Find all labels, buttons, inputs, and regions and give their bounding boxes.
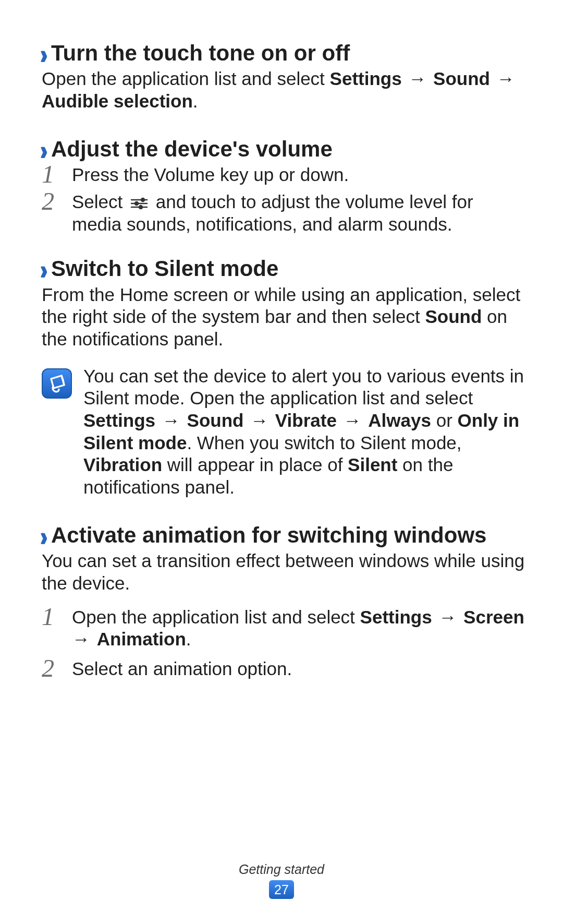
heading-text: Adjust the device's volume	[51, 137, 333, 162]
arrow: →	[402, 68, 433, 89]
heading-silent-mode: ›› Switch to Silent mode	[42, 256, 527, 281]
heading-touch-tone: ›› Turn the touch tone on or off	[42, 41, 527, 66]
step-text: Press the Volume key up or down.	[72, 164, 527, 186]
text: Open the application list and select	[42, 68, 330, 89]
note-icon	[42, 368, 72, 399]
footer-section-label: Getting started	[0, 862, 563, 877]
step-text: Select and touch to adjust the volume le…	[72, 191, 527, 235]
svg-point-3	[135, 202, 138, 205]
sliders-icon	[129, 193, 149, 205]
animation-paragraph: You can set a transition effect between …	[42, 550, 527, 594]
note-text: You can set the device to alert you to v…	[83, 365, 527, 499]
arrow: →	[155, 410, 187, 430]
step-text: Open the application list and select Set…	[72, 606, 527, 651]
bold-settings: Settings	[83, 410, 155, 430]
bold-settings: Settings	[360, 607, 432, 627]
heading-text: Turn the touch tone on or off	[51, 41, 350, 66]
note-block: You can set the device to alert you to v…	[42, 365, 527, 499]
step-text: Select an animation option.	[72, 658, 527, 680]
bold-sound: Sound	[187, 410, 244, 430]
heading-animation: ›› Activate animation for switching wind…	[42, 523, 527, 548]
arrow: →	[490, 68, 517, 89]
text: .	[193, 91, 198, 111]
step-number: 2	[42, 656, 72, 681]
text: Open the application list and select	[72, 607, 360, 627]
list-item: 2 Select an animation option.	[42, 658, 527, 683]
heading-text: Switch to Silent mode	[51, 256, 278, 281]
arrow: →	[243, 410, 275, 430]
page-number-badge: 27	[269, 880, 294, 899]
bold-screen: Screen	[463, 607, 524, 627]
svg-point-5	[139, 206, 142, 209]
touch-tone-paragraph: Open the application list and select Set…	[42, 68, 527, 112]
arrow: →	[337, 410, 368, 430]
bold-vibrate: Vibrate	[275, 410, 337, 430]
bold-audible-selection: Audible selection	[42, 91, 193, 111]
bold-silent: Silent	[348, 454, 397, 475]
text: or	[431, 410, 458, 430]
text: .	[186, 629, 191, 649]
manual-page: ›› Turn the touch tone on or off Open th…	[0, 0, 563, 924]
text: You can set the device to alert you to v…	[83, 366, 524, 409]
bold-vibration: Vibration	[83, 454, 162, 475]
bold-sound: Sound	[425, 306, 482, 327]
bold-animation: Animation	[97, 629, 186, 649]
bold-always: Always	[368, 410, 431, 430]
volume-steps: 1 Press the Volume key up or down. 2 Sel…	[42, 164, 527, 235]
arrow: →	[432, 607, 463, 627]
bold-sound: Sound	[433, 68, 490, 89]
step-number: 2	[42, 189, 72, 214]
list-item: 1 Press the Volume key up or down.	[42, 164, 527, 189]
page-footer: Getting started 27	[0, 862, 563, 899]
text: . When you switch to Silent mode,	[187, 433, 461, 453]
text: will appear in place of	[162, 454, 348, 475]
svg-point-1	[141, 198, 144, 201]
step-number: 1	[42, 162, 72, 187]
bold-settings: Settings	[330, 68, 402, 89]
list-item: 2 Select and touch to adjust the volume …	[42, 191, 527, 235]
animation-steps: 1 Open the application list and select S…	[42, 606, 527, 683]
silent-paragraph: From the Home screen or while using an a…	[42, 284, 527, 351]
list-item: 1 Open the application list and select S…	[42, 606, 527, 651]
step-number: 1	[42, 604, 72, 629]
text: Select	[72, 191, 128, 212]
heading-text: Activate animation for switching windows	[51, 523, 486, 548]
heading-adjust-volume: ›› Adjust the device's volume	[42, 137, 527, 162]
